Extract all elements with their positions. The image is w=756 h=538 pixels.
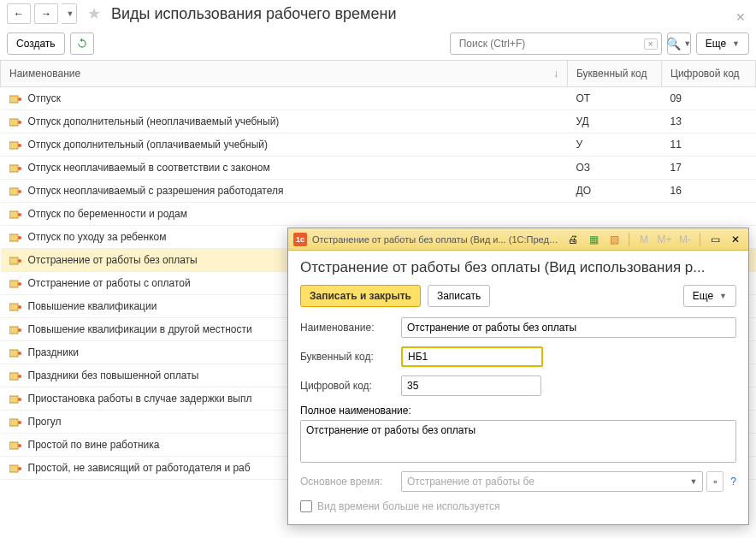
memory-mplus-icon[interactable]: M+: [657, 232, 672, 247]
row-name: Отпуск дополнительный (оплачиваемый учеб…: [28, 139, 269, 151]
row-name: Отстранение от работы без оплаты: [28, 254, 198, 266]
svg-point-33: [18, 467, 21, 470]
row-icon: [9, 208, 23, 220]
row-name: Праздники: [28, 346, 79, 358]
row-name: Праздники без повышенной оплаты: [28, 370, 199, 381]
row-icon: [9, 139, 23, 151]
svg-rect-32: [9, 465, 18, 472]
col-letter[interactable]: Буквенный код: [568, 61, 662, 87]
row-name: Отпуск неоплачиваемый с разрешения работ…: [28, 185, 284, 197]
row-digit: 16: [662, 180, 756, 203]
search-input-wrap: ×: [450, 33, 662, 55]
label-name: Наименование:: [300, 322, 394, 334]
row-name: Повышение квалификации в другой местност…: [28, 323, 252, 335]
table-row[interactable]: Отпуск неоплачиваемый с разрешения работ…: [1, 180, 756, 203]
create-button[interactable]: Создать: [7, 33, 65, 55]
svg-rect-18: [9, 304, 18, 310]
save-button[interactable]: Записать: [428, 285, 490, 307]
svg-point-7: [18, 167, 21, 170]
dialog-titlebar[interactable]: 1c Отстранение от работы без оплаты (Вид…: [288, 228, 748, 251]
minimize-icon[interactable]: ▭: [707, 232, 723, 247]
page-title: Виды использования рабочего времени: [111, 5, 396, 23]
row-name: Простой по вине работника: [28, 439, 160, 451]
svg-rect-22: [9, 350, 18, 357]
row-letter: ОЗ: [568, 157, 662, 180]
row-icon: [9, 393, 23, 405]
svg-point-3: [18, 121, 21, 124]
row-icon: [9, 185, 23, 197]
close-icon[interactable]: ✕: [735, 10, 746, 24]
search-button[interactable]: 🔍▼: [667, 33, 691, 55]
row-name: Простой, не зависящий от работодателя и …: [28, 462, 251, 474]
row-name: Прогул: [28, 416, 62, 428]
svg-rect-6: [9, 165, 18, 172]
row-digit: 11: [662, 133, 756, 157]
calendar-icon[interactable]: ▧: [606, 232, 622, 247]
save-close-button[interactable]: Записать и закрыть: [300, 285, 421, 307]
search-input[interactable]: [454, 38, 644, 50]
open-basetime-button[interactable]: ▫: [706, 471, 724, 492]
table-icon[interactable]: ▦: [586, 232, 601, 247]
nav-history-dropdown[interactable]: ▼: [62, 3, 77, 24]
row-name: Отпуск неоплачиваемый в соответствии с з…: [28, 162, 270, 174]
table-row[interactable]: ОтпускОТ09: [1, 87, 756, 110]
favorite-icon[interactable]: ★: [87, 4, 101, 23]
memory-m-icon[interactable]: M: [636, 232, 652, 247]
input-digit[interactable]: [401, 375, 541, 396]
nav-back-button[interactable]: ←: [7, 3, 31, 24]
print-icon[interactable]: 🖨: [565, 232, 581, 247]
svg-point-9: [18, 190, 21, 193]
svg-rect-24: [9, 373, 18, 380]
svg-rect-16: [9, 281, 18, 287]
edit-dialog: 1c Отстранение от работы без оплаты (Вид…: [287, 228, 749, 525]
row-letter: ДО: [568, 180, 662, 203]
row-icon: [9, 346, 23, 358]
select-basetime[interactable]: Отстранение от работы бе▼: [401, 471, 703, 492]
row-name: Приостановка работы в случае задержки вы…: [28, 393, 252, 405]
svg-rect-14: [9, 257, 18, 264]
row-icon: [9, 323, 23, 335]
svg-rect-12: [9, 234, 18, 241]
svg-point-1: [18, 98, 21, 101]
table-row[interactable]: Отпуск неоплачиваемый в соответствии с з…: [1, 157, 756, 180]
svg-rect-10: [9, 211, 18, 218]
unused-checkbox[interactable]: [300, 500, 312, 512]
svg-point-19: [18, 305, 21, 309]
label-fullname: Полное наименование:: [300, 405, 736, 417]
col-digit[interactable]: Цифровой код: [662, 61, 756, 87]
col-name[interactable]: Наименование↓: [1, 61, 568, 87]
search-clear-icon[interactable]: ×: [644, 38, 658, 50]
table-row[interactable]: Отпуск дополнительный (неоплачиваемый уч…: [1, 110, 756, 133]
input-name[interactable]: [401, 317, 736, 338]
row-icon: [9, 254, 23, 266]
row-digit: 09: [662, 87, 756, 110]
row-icon: [9, 462, 23, 474]
row-icon: [9, 162, 23, 174]
nav-forward-button[interactable]: →: [34, 3, 58, 24]
row-icon: [9, 277, 23, 289]
svg-rect-20: [9, 327, 18, 334]
more-button[interactable]: Еще▼: [696, 33, 749, 55]
refresh-button[interactable]: [70, 33, 94, 55]
input-fullname[interactable]: [300, 420, 736, 463]
table-row[interactable]: Отпуск дополнительный (оплачиваемый учеб…: [1, 133, 756, 157]
row-name: Отпуск: [28, 92, 61, 104]
svg-point-15: [18, 259, 21, 263]
memory-mminus-icon[interactable]: M-: [677, 232, 693, 247]
input-letter[interactable]: [401, 346, 543, 367]
dialog-close-icon[interactable]: ✕: [728, 232, 743, 247]
row-icon: [9, 115, 23, 127]
row-name: Отстранение от работы с оплатой: [28, 277, 191, 289]
row-name: Отпуск дополнительный (неоплачиваемый уч…: [28, 115, 280, 127]
row-name: Отпуск по беременности и родам: [28, 208, 187, 220]
svg-rect-0: [9, 96, 18, 103]
help-icon[interactable]: ?: [730, 476, 736, 488]
dialog-more-button[interactable]: Еще▼: [683, 285, 736, 307]
label-digit: Цифровой код:: [300, 380, 394, 392]
label-basetime: Основное время:: [300, 476, 394, 488]
svg-point-11: [18, 213, 21, 216]
svg-point-17: [18, 282, 21, 286]
table-row[interactable]: Отпуск по беременности и родам: [1, 203, 756, 226]
svg-rect-30: [9, 442, 18, 449]
row-icon: [9, 300, 23, 312]
